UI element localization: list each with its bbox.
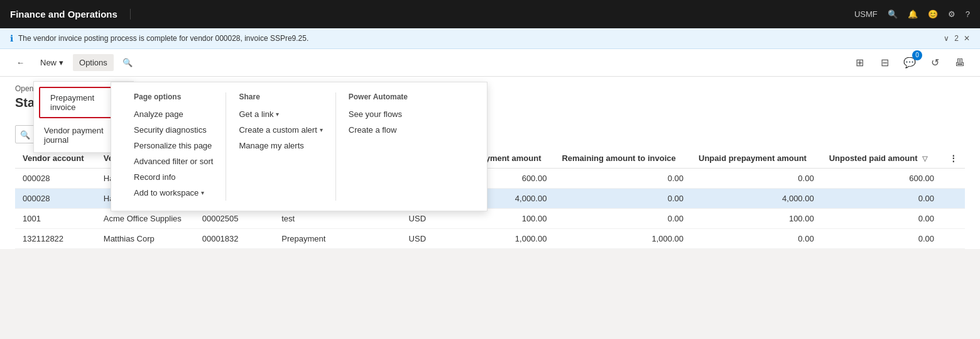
remaining-amount-cell: 0.00 — [554, 209, 691, 229]
info-bar-right: ∨ 2 ✕ — [944, 34, 970, 43]
row-more — [942, 209, 965, 229]
refresh-button[interactable]: ↺ — [925, 53, 945, 73]
purchase-order-cell: 00001832 — [195, 229, 275, 249]
unpaid-prepayment-cell: 0.00 — [691, 229, 822, 249]
vendor-account-cell[interactable]: 000028 — [15, 189, 96, 209]
unposted-paid-cell: 600.00 — [822, 169, 942, 189]
search-toolbar-button[interactable]: 🔍 — [116, 54, 139, 71]
split-view-button[interactable]: ⊟ — [874, 53, 895, 73]
info-count: 2 — [954, 34, 959, 43]
toolbar: ← New ▾ Prepayment invoice Vendor paymen… — [0, 49, 980, 77]
power-automate-title: Power Automate — [349, 92, 424, 101]
purchase-order-cell: 00002505 — [195, 209, 275, 229]
page-options-title: Page options — [134, 92, 213, 101]
col-unpaid-prepayment: Unpaid prepayment amount — [691, 148, 822, 169]
vendor-name-cell: Matthias Corp — [96, 229, 195, 249]
notifications-wrap: 💬 0 — [900, 53, 920, 73]
share-title: Share — [239, 92, 322, 101]
remaining-amount-cell: 1,000.00 — [554, 229, 691, 249]
unposted-paid-cell: 0.00 — [822, 189, 942, 209]
currency-cell: USD — [401, 209, 455, 229]
search-icon[interactable]: 🔍 — [888, 9, 898, 19]
options-button[interactable]: Options — [73, 54, 114, 71]
new-chevron: ▾ — [59, 58, 63, 67]
print-button[interactable]: 🖶 — [950, 53, 970, 73]
top-nav: Finance and Operations USMF 🔍 🔔 😊 ⚙ ? — [0, 0, 980, 28]
filter-search-icon: 🔍 — [20, 130, 30, 139]
vendor-account-cell: 1001 — [15, 209, 96, 229]
create-flow-item[interactable]: Create a flow — [349, 122, 424, 138]
bell-icon[interactable]: 🔔 — [908, 9, 918, 19]
new-label: New — [40, 58, 57, 67]
vendor-name-cell: Acme Office Supplies — [96, 209, 195, 229]
unpaid-prepayment-cell: 4,000.00 — [691, 189, 822, 209]
info-close[interactable]: ✕ — [964, 34, 970, 43]
options-label: Options — [79, 58, 107, 67]
see-flows-item[interactable]: See your flows — [349, 106, 424, 122]
remaining-amount-cell: 0.00 — [554, 169, 691, 189]
vendor-account-cell: 132112822 — [15, 229, 96, 249]
page-options-section: Page options Analyze page Security diagn… — [121, 92, 226, 201]
get-link-item[interactable]: Get a link ▾ — [239, 106, 322, 122]
analyze-page-item[interactable]: Analyze page — [134, 106, 213, 122]
manage-alerts-item[interactable]: Manage my alerts — [239, 138, 322, 153]
options-panel: Page options Analyze page Security diagn… — [111, 82, 487, 211]
personalize-page-item[interactable]: Personalize this page — [134, 138, 213, 153]
description-cell: Prepayment — [274, 229, 401, 249]
new-button-wrap: New ▾ Prepayment invoice Vendor payment … — [33, 53, 70, 72]
info-icon: ℹ — [10, 33, 13, 43]
record-info-item[interactable]: Record info — [134, 169, 213, 185]
vendor-account-cell: 000028 — [15, 169, 96, 189]
currency-cell: USD — [401, 229, 455, 249]
toolbar-right: ⊞ ⊟ 💬 0 ↺ 🖶 — [849, 53, 970, 73]
options-button-wrap: Options Page options Analyze page Securi… — [73, 54, 114, 71]
help-icon[interactable]: ? — [966, 9, 970, 19]
info-chevron[interactable]: ∨ — [944, 34, 949, 43]
col-remaining-amount: Remaining amount to invoice — [554, 148, 691, 169]
table-row[interactable]: 132112822 Matthias Corp 00001832 Prepaym… — [15, 229, 965, 249]
add-to-workspace-item[interactable]: Add to workspace ▾ — [134, 185, 213, 201]
back-button[interactable]: ← — [10, 54, 31, 71]
new-button[interactable]: New ▾ — [33, 53, 70, 72]
settings-icon[interactable]: ⚙ — [948, 9, 956, 19]
message-badge: 0 — [912, 50, 922, 60]
advanced-filter-item[interactable]: Advanced filter or sort — [134, 153, 213, 169]
unposted-paid-cell: 0.00 — [822, 229, 942, 249]
prepayment-amount-cell: 1,000.00 — [455, 229, 555, 249]
row-more — [942, 169, 965, 189]
top-nav-right: USMF 🔍 🔔 😊 ⚙ ? — [854, 9, 970, 19]
app-title: Finance and Operations — [10, 9, 131, 19]
col-unposted-paid: Unposted paid amount ▽ — [822, 148, 942, 169]
power-automate-section: Power Automate See your flows Create a f… — [336, 92, 437, 201]
smiley-icon[interactable]: 😊 — [928, 9, 938, 19]
create-custom-alert-item[interactable]: Create a custom alert ▾ — [239, 122, 322, 138]
col-more[interactable]: ⋮ — [942, 148, 965, 169]
share-section: Share Get a link ▾ Create a custom alert… — [226, 92, 335, 201]
description-cell: test — [274, 209, 401, 229]
user-label: USMF — [854, 9, 878, 19]
row-more — [942, 189, 965, 209]
unpaid-prepayment-cell: 100.00 — [691, 209, 822, 229]
security-diagnostics-item[interactable]: Security diagnostics — [134, 122, 213, 138]
info-message: The vendor invoice posting process is co… — [18, 34, 308, 43]
unpaid-prepayment-cell: 0.00 — [691, 169, 822, 189]
remaining-amount-cell: 0.00 — [554, 189, 691, 209]
grid-view-button[interactable]: ⊞ — [849, 53, 869, 73]
table-row[interactable]: 1001 Acme Office Supplies 00002505 test … — [15, 209, 965, 229]
row-more — [942, 229, 965, 249]
unposted-paid-cell: 0.00 — [822, 209, 942, 229]
prepayment-amount-cell: 100.00 — [455, 209, 555, 229]
info-bar: ℹ The vendor invoice posting process is … — [0, 28, 980, 49]
